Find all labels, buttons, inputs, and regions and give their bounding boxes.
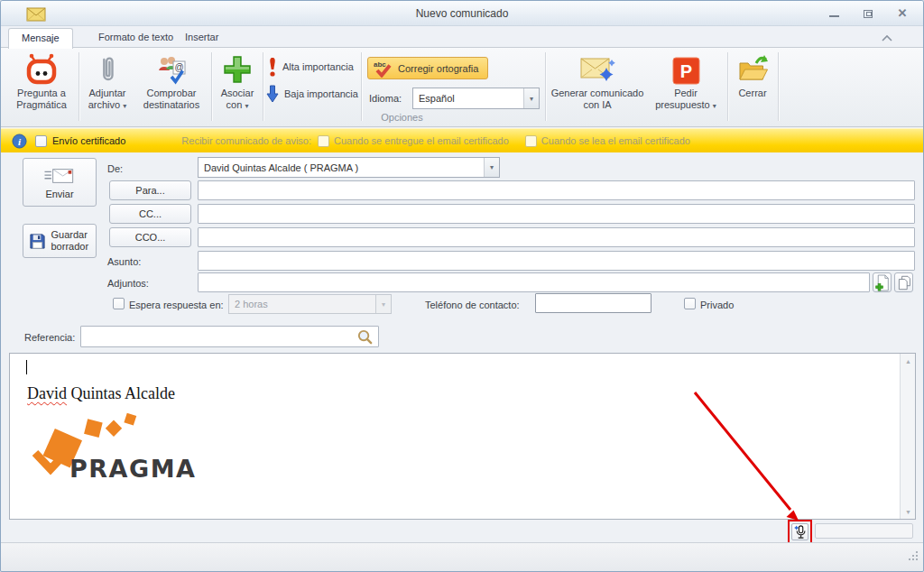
asociar-con-button[interactable]: Asociar con ▾ (214, 51, 261, 125)
espera-respuesta-checkbox[interactable] (113, 298, 125, 309)
pragma-logo: PRAGMA (32, 410, 199, 489)
cerrar-button[interactable]: Cerrar (730, 51, 775, 125)
microphone-icon (793, 524, 808, 540)
de-value: David Quintas Alcalde ( PRAGMA ) (199, 162, 484, 173)
dictation-level-bar (815, 523, 913, 539)
dropdown-arrow-icon[interactable]: ▾ (523, 88, 539, 108)
para-input[interactable] (198, 180, 915, 200)
dropdown-arrow-icon[interactable]: ▾ (484, 158, 499, 177)
pregunta-a-pragmatica-button[interactable]: Pregunta a Pragmática (6, 51, 77, 125)
baja-importancia-button[interactable]: Baja importancia (266, 84, 358, 104)
telefono-label: Teléfono de contacto: (425, 300, 520, 310)
dropdown-arrow-icon: ▾ (375, 295, 391, 313)
resize-grip[interactable] (909, 558, 910, 560)
high-importance-icon (268, 57, 277, 77)
svg-text:P: P (679, 61, 691, 81)
guardar-borrador-button[interactable]: Guardar borrador (23, 224, 97, 258)
privado-label: Privado (700, 300, 734, 310)
ribbon: Pregunta a Pragmática Adjuntar archivo ▾… (1, 48, 923, 127)
privado-checkbox[interactable] (684, 298, 696, 309)
ribbon-group-opciones: Opciones (260, 112, 544, 123)
ribbon-separator (263, 52, 263, 121)
chevron-down-icon: ▾ (123, 102, 126, 110)
adjuntos-label: Adjuntos: (107, 278, 149, 289)
idioma-value: Español (413, 93, 523, 104)
paste-attachment-button[interactable] (894, 272, 913, 292)
ribbon-separator (778, 52, 779, 121)
certified-mail-bar: i Envío certificado Recibir comunicado d… (1, 128, 923, 152)
chevron-down-icon: ▾ (713, 102, 716, 110)
minimize-icon (829, 15, 839, 17)
close-button[interactable]: ✕ (892, 6, 912, 21)
vertical-scrollbar[interactable]: ▲ ▼ (900, 354, 915, 519)
ribbon-separator (361, 52, 362, 121)
svg-text:abc: abc (374, 60, 386, 69)
titlebar[interactable]: Nuevo comunicado ✕ (1, 1, 923, 26)
espera-respuesta-combobox: 2 horas ▾ (228, 294, 392, 314)
ribbon-separator (727, 52, 728, 121)
adjuntar-archivo-button[interactable]: Adjuntar archivo ▾ (81, 51, 134, 125)
save-floppy-icon (29, 233, 46, 250)
message-body-editor[interactable]: David Quintas Alcalde PRAGMA ▲ ▼ (9, 353, 916, 520)
collapse-ribbon-icon[interactable] (880, 33, 894, 44)
cc-button[interactable]: CC... (109, 204, 191, 224)
tab-insertar[interactable]: Insertar (172, 28, 231, 48)
add-file-icon (874, 274, 890, 291)
search-icon[interactable] (356, 328, 374, 346)
low-importance-icon (266, 85, 279, 103)
idioma-label: Idioma: (369, 93, 402, 104)
adjuntos-input[interactable] (198, 272, 870, 292)
cco-input[interactable] (198, 227, 915, 247)
telefono-input[interactable] (535, 293, 651, 313)
maximize-button[interactable] (858, 6, 878, 21)
ai-envelope-icon (579, 52, 615, 85)
nuevo-comunicado-window: Nuevo comunicado ✕ Mensaje Formato de te… (0, 0, 924, 572)
cco-button[interactable]: CCO... (109, 227, 191, 247)
envio-certificado-checkbox[interactable] (35, 135, 47, 147)
referencia-input[interactable] (80, 326, 379, 347)
send-envelope-icon (42, 166, 77, 186)
close-folder-icon (736, 52, 769, 85)
asunto-input[interactable] (198, 251, 915, 271)
comprobar-destinatarios-button[interactable]: @ Comprobar destinatarios (134, 51, 208, 125)
enviar-button[interactable]: Enviar (23, 158, 97, 207)
spellcheck-icon: abc (374, 60, 393, 78)
tab-formato-de-texto[interactable]: Formato de texto (86, 28, 186, 48)
pragmatica-robot-icon (25, 53, 58, 85)
referencia-label: Referencia: (24, 332, 75, 343)
dictation-mic-button[interactable] (791, 523, 808, 540)
pragma-logo-text: PRAGMA (69, 455, 196, 483)
check-recipients-icon: @ (156, 55, 187, 85)
ribbon-separator (79, 52, 79, 121)
lea-checkbox[interactable] (525, 135, 537, 147)
recibir-aviso-label: Recibir comunicado de aviso: (181, 135, 311, 146)
scroll-up-icon[interactable]: ▲ (901, 354, 916, 368)
ribbon-separator (211, 52, 212, 121)
corregir-ortografia-button[interactable]: abc Corregir ortografia (367, 57, 488, 79)
scroll-down-icon[interactable]: ▼ (901, 504, 916, 519)
minimize-button[interactable] (824, 6, 844, 21)
ribbon-separator (545, 52, 546, 121)
text-cursor (26, 360, 27, 374)
generar-comunicado-ia-button[interactable]: Generar comunicado con IA (550, 51, 645, 125)
de-combobox[interactable]: David Quintas Alcalde ( PRAGMA ) ▾ (198, 157, 500, 178)
cc-input[interactable] (198, 204, 915, 224)
de-label: De: (107, 163, 123, 174)
entregue-checkbox[interactable] (318, 135, 329, 147)
presupuesto-p-icon: P (672, 57, 700, 85)
entregue-label: Cuando se entregue el email certificado (334, 135, 509, 146)
pedir-presupuesto-button[interactable]: P Pedir presupuesto ▾ (647, 51, 725, 125)
para-button[interactable]: Para... (109, 180, 191, 200)
asunto-label: Asunto: (107, 256, 141, 267)
misspelled-word: David (27, 384, 67, 402)
lea-label: Cuando se lea el email certificado (541, 135, 690, 146)
copy-icon (897, 274, 911, 291)
ribbon-tab-bar: Mensaje Formato de texto Insertar (1, 26, 923, 48)
add-attachment-button[interactable] (873, 272, 892, 292)
espera-respuesta-value: 2 horas (229, 299, 375, 309)
alta-importancia-button[interactable]: Alta importancia (268, 57, 354, 77)
idioma-combobox[interactable]: Español ▾ (412, 88, 540, 109)
chevron-down-icon: ▾ (245, 102, 248, 110)
paperclip-icon (97, 54, 117, 85)
tab-mensaje[interactable]: Mensaje (8, 28, 73, 49)
